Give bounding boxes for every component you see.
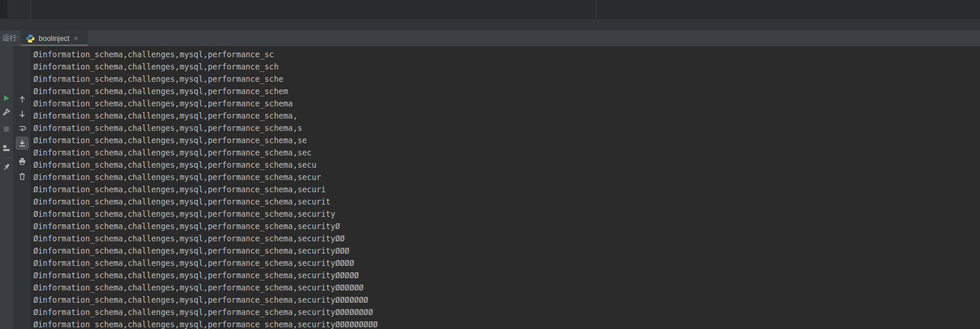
python-icon <box>26 34 35 43</box>
editor-gutter-pane <box>8 0 31 18</box>
scroll-to-end-button[interactable] <box>16 137 29 150</box>
down-stack-button[interactable] <box>16 108 29 120</box>
settings-wrench-icon <box>2 108 11 117</box>
console-toolbar <box>14 46 32 329</box>
editor-split-divider[interactable] <box>596 0 597 18</box>
restore-layout-button[interactable] <box>0 141 13 154</box>
console-line: Øinformation_schema,challenges,mysql,per… <box>33 208 980 220</box>
editor-gutter-strip <box>0 0 8 18</box>
run-label: 运行: <box>2 30 19 46</box>
console-line: Øinformation_schema,challenges,mysql,per… <box>33 85 980 98</box>
console-line: Øinformation_schema,challenges,mysql,per… <box>33 159 980 171</box>
console-line: Øinformation_schema,challenges,mysql,per… <box>33 220 980 233</box>
console-line: Øinformation_schema,challenges,mysql,per… <box>33 147 980 159</box>
console-line: Øinformation_schema,challenges,mysql,per… <box>33 98 980 110</box>
tab-close-icon[interactable]: × <box>74 34 78 43</box>
console-line: Øinformation_schema,challenges,mysql,per… <box>33 306 980 318</box>
pin-tab-button[interactable] <box>0 161 13 174</box>
console-line: Øinformation_schema,challenges,mysql,per… <box>33 110 980 122</box>
clear-all-button[interactable] <box>16 170 29 183</box>
console-line: Øinformation_schema,challenges,mysql,per… <box>33 257 980 269</box>
run-toolwindow-tabstrip: 运行: boolinject × <box>0 30 980 46</box>
soft-wrap-icon <box>18 124 27 133</box>
console-line: Øinformation_schema,challenges,mysql,per… <box>33 183 980 196</box>
rerun-icon <box>2 93 11 103</box>
toolbar-divider <box>2 158 12 158</box>
console-line: Øinformation_schema,challenges,mysql,per… <box>33 269 980 282</box>
toolwindow-header-band <box>0 19 980 30</box>
console-line: Øinformation_schema,challenges,mysql,per… <box>33 171 980 183</box>
soft-wrap-button[interactable] <box>16 122 29 135</box>
console-line: Øinformation_schema,challenges,mysql,per… <box>33 122 980 134</box>
console-line: Øinformation_schema,challenges,mysql,per… <box>33 282 980 294</box>
console-line: Øinformation_schema,challenges,mysql,per… <box>33 318 980 329</box>
tab-label: boolinject <box>39 34 70 43</box>
stop-icon <box>2 124 11 134</box>
clear-all-trash-icon <box>18 172 27 181</box>
print-icon <box>18 157 27 166</box>
console-line: Øinformation_schema,challenges,mysql,per… <box>33 73 980 85</box>
console-output[interactable]: Øinformation_schema,challenges,mysql,per… <box>32 46 980 329</box>
up-stack-icon <box>18 95 27 104</box>
print-button[interactable] <box>16 155 29 168</box>
console-line: Øinformation_schema,challenges,mysql,per… <box>33 233 980 245</box>
tab-boolinject[interactable]: boolinject × <box>21 30 88 46</box>
run-control-toolbar <box>0 46 14 329</box>
console-line: Øinformation_schema,challenges,mysql,per… <box>33 61 980 73</box>
console-line: Øinformation_schema,challenges,mysql,per… <box>33 196 980 208</box>
run-toolwindow: Øinformation_schema,challenges,mysql,per… <box>0 46 980 329</box>
down-stack-icon <box>18 109 27 119</box>
scroll-to-end-icon <box>18 138 27 148</box>
up-stack-button[interactable] <box>16 93 29 106</box>
stop-button[interactable] <box>0 123 13 136</box>
console-line: Øinformation_schema,challenges,mysql,per… <box>33 49 980 61</box>
editor-top-pane <box>0 0 980 19</box>
rerun-button[interactable] <box>0 92 13 105</box>
pin-icon <box>2 162 11 172</box>
console-line: Øinformation_schema,challenges,mysql,per… <box>33 245 980 257</box>
console-line: Øinformation_schema,challenges,mysql,per… <box>33 294 980 306</box>
console-line: Øinformation_schema,challenges,mysql,per… <box>33 134 980 147</box>
settings-button[interactable] <box>0 106 13 119</box>
restore-layout-icon <box>2 143 11 153</box>
